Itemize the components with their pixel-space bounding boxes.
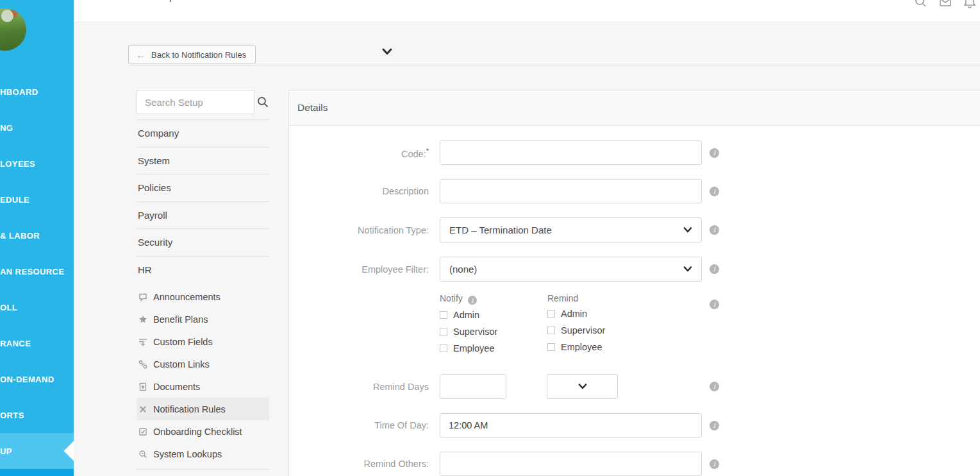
link-icon	[138, 360, 147, 369]
category-system[interactable]: System	[137, 148, 269, 175]
hr-item-onboarding-checklist[interactable]: Onboarding Checklist	[137, 420, 269, 443]
chevron-down-icon	[683, 266, 692, 272]
category-company[interactable]: Company	[137, 120, 269, 148]
sidebar-item-hiring[interactable]: NG	[0, 110, 74, 146]
sidebar-item-label: ORTS	[0, 411, 24, 420]
info-icon[interactable]: i	[710, 225, 719, 235]
description-label: Description	[289, 186, 440, 196]
info-icon[interactable]: i	[710, 300, 719, 309]
remind-days-label: Remind Days	[289, 382, 440, 392]
checkbox	[440, 344, 447, 352]
search-setup-input[interactable]	[137, 90, 255, 114]
category-security[interactable]: Security	[137, 229, 269, 257]
custom-fields-icon	[138, 337, 147, 346]
info-icon[interactable]: i	[710, 459, 719, 469]
employee-filter-value: (none)	[449, 264, 477, 275]
x-icon	[138, 405, 147, 414]
hr-item-label: Custom Links	[153, 359, 210, 370]
remind-others-input[interactable]	[440, 452, 702, 476]
star-icon	[138, 315, 147, 324]
sidebar-item-setup[interactable]: UP	[0, 433, 74, 469]
code-label: Code:*	[289, 147, 440, 159]
info-icon[interactable]: i	[710, 421, 719, 430]
details-title: Details	[297, 102, 328, 114]
document-icon	[138, 382, 147, 391]
checkbox	[547, 327, 555, 334]
details-panel: Details Code:* i Description i Notificat…	[288, 90, 980, 476]
hr-item-label: Benefit Plans	[153, 314, 208, 325]
remind-days-row: Remind Days i	[289, 374, 980, 399]
remind-supervisor-checkbox[interactable]: Supervisor	[547, 325, 655, 336]
remind-column: Remind Admin Supervisor Employee	[547, 293, 655, 359]
category-hr[interactable]: HR	[137, 257, 269, 284]
sidebar-item-label: EDULE	[0, 195, 29, 205]
notify-title: Notifyi	[440, 293, 547, 305]
notify-admin-checkbox[interactable]: Admin	[440, 310, 547, 320]
sidebar-item-label: OLL	[0, 303, 17, 312]
info-icon[interactable]: i	[710, 148, 719, 158]
hr-subitem-list: Announcements Benefit Plans Custom Field…	[137, 284, 269, 470]
bell-icon[interactable]	[963, 0, 976, 8]
back-button-label: Back to Notification Rules	[151, 50, 246, 60]
hr-item-system-lookups[interactable]: System Lookups	[137, 443, 269, 465]
search-icon[interactable]	[256, 96, 269, 108]
back-to-notification-rules-button[interactable]: ← Back to Notification Rules	[128, 45, 256, 64]
sidebar-item-label: RANCE	[0, 339, 31, 348]
remind-days-input[interactable]	[440, 374, 506, 399]
checkbox	[440, 328, 447, 336]
remind-employee-checkbox[interactable]: Employee	[547, 342, 655, 352]
main-content: ← Back to Notification Rules Company Sys…	[74, 22, 980, 476]
hr-item-custom-links[interactable]: Custom Links	[137, 353, 269, 375]
hr-item-documents[interactable]: Documents	[137, 375, 269, 398]
remind-title: Remind	[547, 293, 655, 303]
sidebar-item-label: LOYEES	[0, 159, 35, 169]
sidebar-item-label: ON-DEMAND	[0, 375, 54, 384]
category-policies[interactable]: Policies	[137, 174, 269, 202]
checkbox	[547, 310, 555, 318]
sidebar-item-label: UP	[0, 446, 12, 456]
sidebar-item-dashboard[interactable]: HBOARD	[0, 74, 74, 110]
hr-item-custom-fields[interactable]: Custom Fields	[137, 330, 269, 353]
code-input[interactable]	[440, 140, 702, 165]
sidebar-item-employees[interactable]: LOYEES	[0, 146, 74, 182]
sidebar-item-insurance[interactable]: RANCE	[0, 325, 74, 361]
setup-nav-panel: Company System Policies Payroll Security…	[137, 90, 269, 470]
sidebar-bottom-strip	[0, 469, 74, 476]
chevron-down-icon[interactable]	[382, 48, 392, 55]
remind-days-unit-select[interactable]	[547, 374, 618, 399]
notification-type-select[interactable]: ETD – Termination Date	[440, 217, 702, 242]
mail-icon[interactable]	[939, 0, 952, 8]
info-icon[interactable]: i	[710, 264, 719, 274]
hr-item-label: Documents	[153, 382, 200, 392]
category-payroll[interactable]: Payroll	[137, 202, 269, 230]
notify-supervisor-checkbox[interactable]: Supervisor	[440, 327, 547, 337]
sidebar-item-schedule[interactable]: EDULE	[0, 182, 74, 217]
hr-item-announcements[interactable]: Announcements	[137, 285, 269, 308]
info-icon[interactable]: i	[710, 382, 719, 391]
info-icon[interactable]: i	[468, 296, 477, 305]
sidebar-item-label: AN RESOURCE	[0, 267, 64, 276]
notify-employee-checkbox[interactable]: Employee	[440, 343, 547, 353]
search-icon[interactable]	[914, 0, 927, 8]
time-of-day-label: Time Of Day:	[289, 420, 440, 430]
description-input[interactable]	[440, 179, 702, 203]
sidebar-item-time-labor[interactable]: & LABOR	[0, 217, 74, 253]
hr-item-notification-rules[interactable]: Notification Rules	[137, 398, 269, 420]
hr-item-benefit-plans[interactable]: Benefit Plans	[137, 308, 269, 330]
employee-filter-select[interactable]: (none)	[440, 257, 702, 282]
notification-type-label: Notification Type:	[289, 225, 440, 235]
sidebar-item-human-resource[interactable]: AN RESOURCE	[0, 253, 74, 289]
code-row: Code:* i	[289, 140, 980, 165]
avatar[interactable]	[0, 8, 26, 51]
time-of-day-row: Time Of Day: i	[289, 413, 980, 438]
sidebar-item-payroll[interactable]: OLL	[0, 289, 74, 325]
sidebar-item-on-demand[interactable]: ON-DEMAND	[0, 361, 74, 397]
checkbox	[440, 311, 447, 319]
setup-category-list: Company System Policies Payroll Security…	[137, 119, 269, 284]
time-of-day-input[interactable]	[440, 413, 702, 438]
page-title: Setup	[147, 0, 175, 3]
info-icon[interactable]: i	[710, 187, 719, 196]
remind-others-label: Remind Others:	[289, 459, 440, 469]
remind-admin-checkbox[interactable]: Admin	[547, 309, 655, 319]
sidebar-item-reports[interactable]: ORTS	[0, 397, 74, 433]
